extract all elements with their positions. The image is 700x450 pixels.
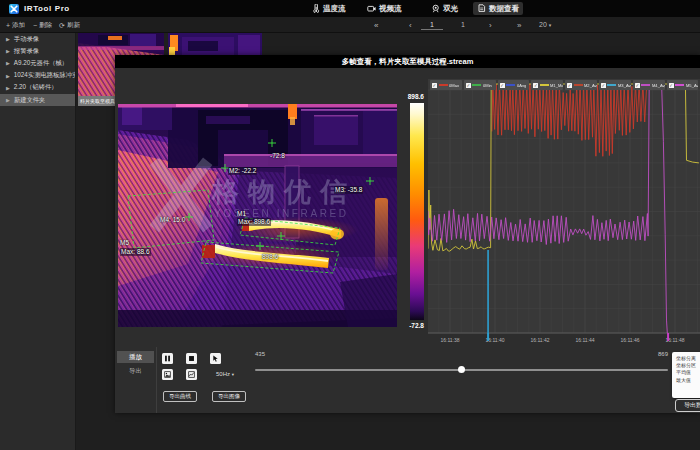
tree-item[interactable]: ▶新建文件夹	[0, 94, 75, 106]
legend-color-line	[574, 84, 583, 86]
document-icon	[477, 4, 486, 13]
viewer-tab-play[interactable]: 播放	[117, 351, 154, 363]
thermal-image[interactable]: 格物优信 YOSEEN INFRARED	[118, 104, 397, 327]
pause-button[interactable]	[162, 353, 173, 364]
export-data-button[interactable]: 导出数据	[675, 399, 700, 412]
slider-end-label: 869	[642, 351, 668, 357]
top-bar: IRTool Pro 温度流视频流双光数据查看	[0, 0, 700, 17]
watermark-en: YOSEEN INFRARED	[214, 208, 349, 219]
frame-rate-select[interactable]: 50Hz ▾	[216, 371, 234, 377]
frame-slider-handle[interactable]	[458, 366, 465, 373]
checkbox-checked-icon[interactable]: ✓	[500, 83, 505, 88]
nav-video-button[interactable]: 视频流	[363, 2, 406, 15]
nav-dual-button[interactable]: 双光	[427, 2, 462, 15]
app-title: IRTool Pro	[24, 4, 70, 13]
tree-item[interactable]: ▶报警录像	[0, 45, 75, 57]
curve-button[interactable]	[186, 369, 197, 380]
tree-item-label: 2.20（铝铸件）	[14, 83, 58, 92]
nav-label: 温度流	[323, 4, 346, 14]
legend-item-M3_Avg[interactable]: ✓M3_Avg	[599, 80, 631, 90]
thermometer-icon	[311, 4, 320, 13]
chart-legend: ✓0Max✓0Min✓0Avg✓M1_Max✓M2_Avg✓M3_Avg✓M4_…	[430, 80, 698, 90]
nav-label: 数据查看	[489, 4, 519, 14]
chevron-right-icon: ▶	[6, 36, 10, 42]
tree-item[interactable]: ▶手动录像	[0, 33, 75, 45]
viewer-title-bar[interactable]: 多帧查看，料片夹取至模具过程.stream	[115, 55, 700, 68]
refresh-button[interactable]: ⟳刷新	[59, 21, 80, 30]
thermal-marker-label: M4: 15.0	[160, 216, 185, 224]
chevron-right-icon: ▶	[6, 48, 10, 54]
viewer-tab-export[interactable]: 导出	[117, 365, 154, 377]
menu-item[interactable]: 最大值	[676, 377, 700, 384]
legend-color-line	[540, 84, 549, 86]
chevron-right-icon: ▶	[6, 60, 10, 66]
tree-item[interactable]: ▶1024实测电路板脉冲实验	[0, 70, 75, 82]
add-button[interactable]: +添加	[6, 21, 25, 30]
temperature-chart[interactable]: 16:11:3816:11:4016:11:4216:11:4416:11:46…	[428, 79, 700, 350]
controls-divider	[156, 347, 157, 413]
thermal-marker-label: Max: 88.6	[120, 248, 151, 256]
viewer-title: 多帧查看，料片夹取至模具过程.stream	[115, 55, 700, 68]
pager-prev-button[interactable]: ‹	[409, 21, 412, 30]
checkbox-checked-icon[interactable]: ✓	[635, 83, 640, 88]
checkbox-checked-icon[interactable]: ✓	[432, 83, 437, 88]
temperature-colorbar[interactable]	[410, 103, 424, 320]
tree-item[interactable]: ▶A9.20元器件（械）	[0, 57, 75, 69]
stop-button[interactable]	[186, 353, 197, 364]
select-cursor-button[interactable]	[210, 353, 221, 364]
nav-label: 视频流	[379, 4, 402, 14]
export-curve-button[interactable]: 导出曲线	[163, 391, 197, 402]
pager-next-button[interactable]: ›	[489, 21, 492, 30]
pager-first-button[interactable]: «	[374, 21, 378, 30]
nav-data-button[interactable]: 数据查看	[473, 2, 523, 15]
menu-item[interactable]: 平均值	[676, 369, 700, 376]
checkbox-checked-icon[interactable]: ✓	[601, 83, 606, 88]
legend-color-line	[506, 84, 515, 86]
image-icon	[164, 371, 171, 378]
legend-label: M4_Avg	[652, 83, 665, 88]
thermal-marker-label: -72.8	[270, 152, 285, 160]
legend-label: 0Avg	[517, 83, 526, 88]
checkbox-checked-icon[interactable]: ✓	[567, 83, 572, 88]
legend-label: M5_Avg	[686, 83, 698, 88]
legend-item-M5_Avg[interactable]: ✓M5_Avg	[667, 80, 698, 90]
tree-item-label: 新建文件夹	[14, 96, 45, 105]
tree-item[interactable]: ▶2.20（铝铸件）	[0, 82, 75, 94]
export-image-action-button[interactable]: 导出图像	[212, 391, 246, 402]
legend-color-line	[675, 84, 684, 86]
legend-item-M2_Avg[interactable]: ✓M2_Avg	[565, 80, 597, 90]
checkbox-checked-icon[interactable]: ✓	[466, 83, 471, 88]
checkbox-checked-icon[interactable]: ✓	[669, 83, 674, 88]
thermal-marker-label: M2: -22.2	[228, 167, 257, 175]
legend-item-0Max[interactable]: ✓0Max	[430, 80, 462, 90]
export-image-button[interactable]	[162, 369, 173, 380]
legend-color-line	[641, 84, 650, 86]
colorbar-max-label: 898.6	[391, 93, 424, 100]
pager-total-pages: 1	[461, 21, 465, 28]
svg-text:16:11:44: 16:11:44	[575, 337, 594, 343]
sub-toolbar: +添加 −删除 ⟳刷新 « ‹ 1 1 › » 20 ▾	[0, 17, 700, 33]
chevron-right-icon: ▶	[6, 97, 10, 103]
nav-temp-button[interactable]: 温度流	[307, 2, 350, 15]
legend-item-0Min[interactable]: ✓0Min	[464, 80, 496, 90]
plus-icon: +	[6, 22, 10, 29]
minus-icon: −	[33, 22, 37, 29]
checkbox-checked-icon[interactable]: ✓	[533, 83, 538, 88]
stream-viewer-window: 多帧查看，料片夹取至模具过程.stream	[115, 55, 700, 413]
legend-label: M1_Max	[550, 83, 563, 88]
menu-item[interactable]: 坐标分区	[676, 362, 700, 369]
video-icon	[367, 4, 376, 13]
page-size-select[interactable]: 20 ▾	[539, 21, 551, 28]
legend-color-line	[472, 84, 481, 86]
chevron-right-icon: ▶	[6, 85, 10, 91]
pager-last-button[interactable]: »	[517, 21, 521, 30]
page-number-input[interactable]: 1	[421, 19, 443, 30]
tree-item-label: A9.20元器件（械）	[14, 59, 68, 68]
menu-item[interactable]: 坐标分离	[676, 355, 700, 362]
legend-item-M4_Avg[interactable]: ✓M4_Avg	[633, 80, 665, 90]
chevron-down-icon: ▾	[549, 22, 552, 28]
delete-button[interactable]: −删除	[33, 21, 52, 30]
legend-color-line	[439, 84, 448, 86]
legend-item-M1_Max[interactable]: ✓M1_Max	[531, 80, 563, 90]
legend-item-0Avg[interactable]: ✓0Avg	[498, 80, 530, 90]
